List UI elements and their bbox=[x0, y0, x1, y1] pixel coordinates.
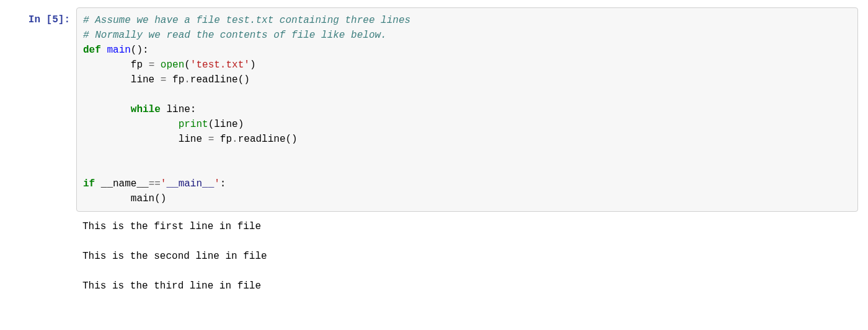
sp bbox=[154, 59, 161, 71]
comment-line-1: # Assume we have a file test.txt contain… bbox=[83, 15, 410, 26]
kw-def: def bbox=[83, 45, 101, 56]
print-arg: (line) bbox=[208, 119, 244, 130]
func-name: main bbox=[107, 45, 130, 56]
dunder-main: __main__ bbox=[166, 178, 214, 189]
def-parens: (): bbox=[131, 45, 149, 56]
sp bbox=[95, 178, 101, 189]
comment-line-2: # Normally we read the contents of file … bbox=[83, 30, 387, 41]
op-eq: = bbox=[208, 134, 215, 145]
indent bbox=[83, 74, 131, 85]
output-line-2: This is the second line in file bbox=[82, 251, 267, 262]
code-editor[interactable]: # Assume we have a file test.txt contain… bbox=[76, 7, 858, 212]
kw-while: while bbox=[131, 104, 161, 115]
fp-readline-2: fp.readline() bbox=[214, 134, 297, 145]
colon: : bbox=[220, 178, 226, 189]
while-cond: line: bbox=[161, 104, 197, 115]
str-q-open: ' bbox=[161, 178, 167, 189]
str-q-close: ' bbox=[214, 178, 220, 189]
var-fp: fp bbox=[131, 59, 149, 71]
fp-readline: fp.readline() bbox=[166, 74, 249, 85]
op-eq: = bbox=[161, 74, 167, 85]
dunder-name: __name__ bbox=[101, 178, 149, 189]
kw-if: if bbox=[83, 178, 95, 189]
cell-output: This is the first line in file This is t… bbox=[76, 217, 863, 298]
indent bbox=[83, 134, 179, 145]
main-call: main() bbox=[131, 193, 167, 204]
string-testtxt: 'test.txt' bbox=[190, 59, 250, 71]
builtin-print: print bbox=[179, 119, 208, 130]
output-row: This is the first line in file This is t… bbox=[0, 212, 868, 298]
paren-open: ( bbox=[184, 59, 190, 71]
paren-close: ) bbox=[250, 59, 256, 71]
op-eq: = bbox=[149, 59, 155, 71]
output-line-1: This is the first line in file bbox=[82, 221, 261, 232]
indent bbox=[83, 193, 131, 204]
output-line-3: This is the third line in file bbox=[82, 280, 261, 292]
indent bbox=[83, 104, 131, 115]
code-cell: In [5]: # Assume we have a file test.txt… bbox=[0, 0, 868, 212]
var-line: line bbox=[131, 74, 161, 85]
op-eqeq: == bbox=[149, 178, 161, 189]
var-line: line bbox=[179, 134, 208, 145]
builtin-open: open bbox=[161, 59, 184, 71]
input-prompt: In [5]: bbox=[5, 7, 76, 27]
output-prompt bbox=[5, 217, 76, 298]
indent bbox=[83, 119, 179, 130]
indent bbox=[83, 59, 131, 71]
